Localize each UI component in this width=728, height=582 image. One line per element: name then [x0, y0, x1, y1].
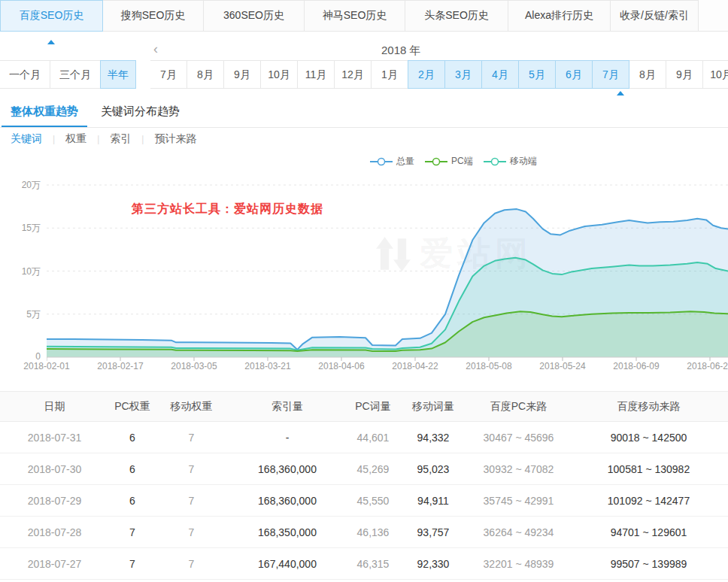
- month-option-6[interactable]: 1月: [371, 60, 408, 89]
- active-tab-indicator-icon: [47, 40, 55, 44]
- metric-filter-0[interactable]: 关键词: [11, 132, 42, 146]
- table-cell: 94,332: [399, 422, 468, 453]
- table-cell: 167,440,000: [227, 548, 347, 580]
- metric-filter-1[interactable]: 权重: [65, 132, 86, 146]
- trend-chart: 总量PC端移动端 第三方站长工具：爱站网历史数据 爱站网 05万10万15万20…: [0, 150, 728, 376]
- period-option-2[interactable]: 半年: [100, 60, 136, 89]
- table-cell: 46,315: [347, 548, 399, 580]
- table-cell: 2018-07-30: [0, 453, 109, 485]
- period-option-1[interactable]: 三个月: [50, 60, 101, 89]
- month-strip: 7月8月9月10月11月12月1月2月3月4月5月6月7月8月9月10月: [150, 60, 728, 90]
- month-option-11[interactable]: 6月: [555, 60, 593, 89]
- table-cell: 36264 ~ 49234: [468, 517, 569, 548]
- table-cell: 6: [109, 453, 156, 485]
- x-axis-label: 2018-06-09: [613, 361, 659, 371]
- tabbar-filler: [699, 0, 728, 32]
- table-cell: 7: [156, 422, 227, 453]
- top-tab-6[interactable]: 收录/反链/索引: [610, 0, 699, 32]
- history-data-table: 日期PC权重移动权重索引量PC词量移动词量百度PC来路百度移动来路2018-07…: [0, 391, 728, 580]
- filter-separator: |: [53, 134, 55, 144]
- month-option-3[interactable]: 10月: [260, 60, 298, 89]
- table-cell: 44,601: [347, 422, 399, 453]
- table-row: 2018-07-3167-44,60194,33230467 ~ 4569690…: [0, 422, 728, 453]
- month-option-7[interactable]: 2月: [408, 60, 445, 89]
- table-row: 2018-07-2877168,350,00046,13693,75736264…: [0, 517, 728, 548]
- month-option-2[interactable]: 9月: [223, 60, 261, 89]
- month-option-14[interactable]: 9月: [666, 60, 703, 89]
- top-tab-4[interactable]: 头条SEO历史: [405, 0, 508, 32]
- x-axis-label: 2018-03-05: [171, 361, 217, 371]
- top-tab-3[interactable]: 神马SEO历史: [304, 0, 405, 32]
- metric-filters: 关键词|权重|索引|预计来路: [0, 128, 728, 150]
- table-cell: 45,269: [347, 453, 399, 485]
- month-option-1[interactable]: 8月: [187, 60, 224, 89]
- top-tab-2[interactable]: 360SEO历史: [203, 0, 305, 32]
- month-option-0[interactable]: 7月: [150, 60, 187, 89]
- month-option-9[interactable]: 4月: [481, 60, 519, 89]
- month-option-12[interactable]: 7月: [592, 60, 629, 89]
- table-cell: 93,757: [399, 517, 468, 548]
- table-cell: 94,911: [399, 485, 468, 517]
- table-header-cell-0: 日期: [0, 392, 109, 422]
- month-option-13[interactable]: 8月: [629, 60, 666, 89]
- legend-item-1[interactable]: PC端: [425, 155, 473, 168]
- y-axis-label: 20万: [0, 179, 41, 192]
- table-cell: 168,360,000: [227, 485, 347, 517]
- prev-year-arrow-icon[interactable]: ‹: [153, 42, 158, 56]
- table-cell: 7: [156, 485, 227, 517]
- x-axis-label: 2018-05-24: [539, 361, 585, 371]
- table-row: 2018-07-2967168,360,00045,55094,91135745…: [0, 485, 728, 517]
- table-cell: 94701 ~ 129601: [569, 517, 728, 548]
- legend-item-0[interactable]: 总量: [370, 155, 414, 168]
- table-cell: 100581 ~ 130982: [569, 453, 728, 485]
- month-option-5[interactable]: 12月: [334, 60, 372, 89]
- trend-tab-1[interactable]: 关键词分布趋势: [92, 105, 189, 127]
- table-header-cell-6: 百度PC来路: [468, 392, 569, 422]
- legend-marker-icon: [425, 157, 447, 166]
- table-cell: 2018-07-29: [0, 485, 109, 517]
- x-axis-label: 2018-03-21: [244, 361, 290, 371]
- top-tab-5[interactable]: Alexa排行历史: [508, 0, 611, 32]
- month-option-15[interactable]: 10月: [702, 60, 728, 89]
- table-cell: 7: [156, 453, 227, 485]
- table-cell: 7: [109, 517, 156, 548]
- top-tab-1[interactable]: 搜狗SEO历史: [102, 0, 204, 32]
- period-group: 一个月三个月半年: [0, 60, 136, 89]
- table-cell: 168,350,000: [227, 517, 347, 548]
- trend-tab-0[interactable]: 整体权重趋势: [2, 105, 87, 127]
- month-option-8[interactable]: 3月: [444, 60, 482, 89]
- table-cell: 6: [109, 485, 156, 517]
- table-cell: 101092 ~ 142477: [569, 485, 728, 517]
- table-cell: 6: [109, 422, 156, 453]
- table-cell: 35745 ~ 42991: [468, 485, 569, 517]
- chart-legend: 总量PC端移动端: [370, 155, 548, 168]
- y-axis-label: 0: [0, 351, 41, 362]
- chart-plot-area: [47, 180, 728, 362]
- table-row: 2018-07-2777167,440,00046,31592,33032201…: [0, 548, 728, 580]
- top-tab-0[interactable]: 百度SEO历史: [0, 0, 103, 32]
- table-cell: 30467 ~ 45696: [468, 422, 569, 453]
- table-row: 2018-07-3067168,360,00045,26995,02330932…: [0, 453, 728, 485]
- table-cell: -: [227, 422, 347, 453]
- table-cell: 2018-07-28: [0, 517, 109, 548]
- y-axis-label: 15万: [0, 222, 41, 235]
- legend-marker-icon: [484, 157, 506, 166]
- month-option-10[interactable]: 5月: [518, 60, 556, 89]
- table-header-cell-3: 索引量: [227, 392, 347, 422]
- metric-filter-3[interactable]: 预计来路: [154, 132, 196, 146]
- legend-marker-icon: [370, 157, 393, 166]
- table-cell: 45,550: [347, 485, 399, 517]
- top-tabbar: 百度SEO历史搜狗SEO历史360SEO历史神马SEO历史头条SEO历史Alex…: [0, 0, 728, 32]
- table-cell: 32201 ~ 48939: [468, 548, 569, 580]
- table-cell: 99507 ~ 139989: [569, 548, 728, 580]
- legend-label: PC端: [451, 155, 473, 168]
- month-option-4[interactable]: 11月: [297, 60, 335, 89]
- table-cell: 7: [156, 517, 227, 548]
- period-option-0[interactable]: 一个月: [0, 60, 50, 89]
- table-cell: 92,330: [399, 548, 468, 580]
- metric-filter-2[interactable]: 索引: [110, 132, 131, 146]
- x-axis-label: 2018-02-17: [97, 361, 143, 371]
- legend-item-2[interactable]: 移动端: [484, 155, 537, 168]
- table-cell: 168,360,000: [227, 453, 347, 485]
- table-header-cell-5: 移动词量: [399, 392, 468, 422]
